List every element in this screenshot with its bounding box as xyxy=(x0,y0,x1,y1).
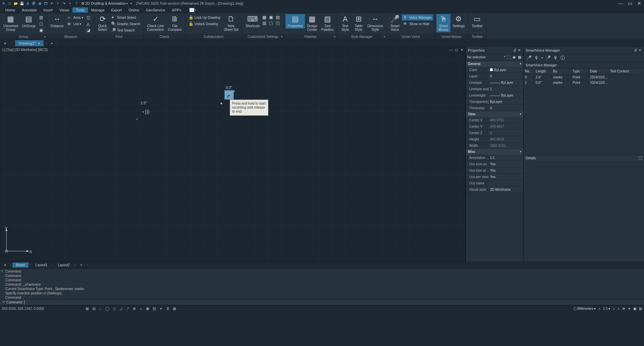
props-row[interactable]: ColorByLayer xyxy=(466,67,523,73)
properties-close-icon[interactable]: ✕ xyxy=(517,48,521,52)
toggle-hatch[interactable]: ≣ xyxy=(165,306,171,311)
props-row[interactable]: Layer0 xyxy=(466,73,523,79)
toggle-otrack[interactable]: ◿ xyxy=(118,306,124,311)
properties-pin-icon[interactable]: ⭿ xyxy=(513,48,517,52)
ribbon-smart-mouse[interactable]: 🖱SmartMouse xyxy=(436,14,450,32)
toggle-qp[interactable]: ▧ xyxy=(151,306,157,311)
cleanscreen-icon[interactable]: ▣ xyxy=(633,307,636,310)
ribbon-tool-palettes[interactable]: ▨ToolPalettes xyxy=(319,14,335,32)
voice-del-icon[interactable]: 🎤 xyxy=(545,55,551,60)
props-row[interactable]: Center X460.6752 xyxy=(466,117,523,123)
props-row[interactable]: Linetype scale1 xyxy=(466,86,523,92)
customize-icon[interactable]: ▤ xyxy=(639,307,642,310)
ribbon-text-search[interactable]: 🔎Text Search xyxy=(110,27,142,33)
ribbon-▣[interactable]: ▣ xyxy=(38,27,45,33)
voice-mic2-icon[interactable]: 🎙 xyxy=(534,55,539,60)
menu-app[interactable]: APP+ xyxy=(169,7,185,13)
pickadd-icon[interactable]: ▦ xyxy=(517,55,522,59)
ribbon-ungroup[interactable]: ▤UnGroup xyxy=(20,14,38,28)
menu-geoservice[interactable]: GeoService xyxy=(143,7,168,13)
ribbon-unlock-drawing[interactable]: 🔓Unlock Drawing xyxy=(187,21,221,27)
menu-views[interactable]: Views xyxy=(56,7,72,13)
menu-annotate[interactable]: Annotate xyxy=(18,7,40,13)
ribbon-area-▾[interactable]: ▱Area ▾ xyxy=(66,14,85,20)
ribbon-lock-up-drawing[interactable]: 🔒Lock Up Drawing xyxy=(187,14,221,20)
toggle-dyn[interactable]: ⊞ xyxy=(131,306,137,311)
voice-info-icon[interactable]: ⓘ xyxy=(560,55,565,61)
props-section-misc[interactable]: Misc▾ xyxy=(466,149,523,155)
toggle-iso[interactable]: ▦ xyxy=(171,306,177,311)
props-row[interactable]: Thickness0 xyxy=(466,105,523,111)
toggle-polar[interactable]: ◯ xyxy=(104,306,110,311)
menu-home[interactable]: Home xyxy=(2,7,18,13)
selectobj-icon[interactable]: ◉ xyxy=(512,55,517,59)
mic-record-badge[interactable]: 🎤✕ xyxy=(224,90,234,100)
menu-overflow[interactable]: ▾ xyxy=(190,8,196,12)
layout-tab-layout2[interactable]: Layout2 xyxy=(54,263,73,268)
ws-switch-icon[interactable]: ⚙ xyxy=(622,307,625,310)
new-tab-button[interactable]: + xyxy=(49,41,55,45)
ribbon-toolbar[interactable]: ▭Toolbar xyxy=(470,14,485,28)
ribbon-check-line-connection[interactable]: ✓Check LineConnection xyxy=(145,14,166,32)
toggle-grid[interactable]: ▦ xyxy=(84,306,90,311)
doc-tab-drawing1[interactable]: Drawing1* ✕ xyxy=(15,40,44,46)
undo-icon[interactable]: ↶ xyxy=(50,1,54,6)
props-section-general[interactable]: General▾ xyxy=(466,61,523,67)
toggle-cycle[interactable]: ≡ xyxy=(138,306,144,311)
toggle-osnap[interactable]: ◻ xyxy=(111,306,117,311)
layout-tab-layout1[interactable]: Layout1 xyxy=(32,263,51,268)
ribbon-dimension-style[interactable]: ↔DimensionStyle xyxy=(365,14,385,32)
smartvoice-close-icon[interactable]: ✕ xyxy=(638,48,642,52)
preview-icon[interactable]: 🗔 xyxy=(44,1,48,6)
toggle-lwt[interactable]: ↗ xyxy=(124,306,130,311)
minimize-button[interactable]: — xyxy=(617,1,624,6)
redo-icon[interactable]: ↷ xyxy=(62,1,66,6)
annoauto-icon[interactable]: ⅄ xyxy=(618,307,620,310)
command-input[interactable] xyxy=(24,300,642,304)
ribbon-settings[interactable]: ⚙Settings xyxy=(450,14,467,28)
toggle-snap[interactable]: ▤ xyxy=(91,306,97,311)
props-row[interactable]: TransparencyByLayer xyxy=(466,99,523,105)
voice-mic1-icon[interactable]: 🎤 xyxy=(526,55,532,60)
hw-accel-icon[interactable]: ✦ xyxy=(628,307,631,310)
ribbon-properties[interactable]: ▤Properties xyxy=(285,14,305,28)
ribbon-new-sheet-set[interactable]: 🗋NewSheet Set xyxy=(222,14,240,32)
menu-tools[interactable]: Tools xyxy=(72,7,88,13)
props-row[interactable]: Annotation ...1:1 xyxy=(466,155,523,161)
viewport-max-icon[interactable]: ◻ xyxy=(454,48,459,52)
layout-menu-icon[interactable]: ≡ xyxy=(1,263,9,267)
tab-menu-icon[interactable]: ≡ xyxy=(1,41,9,45)
menu-manage[interactable]: Manage xyxy=(88,7,108,13)
toggle-ann[interactable]: ▾ xyxy=(158,306,164,311)
voice-play-icon[interactable]: 🎙 xyxy=(553,55,558,60)
ribbon-quick-select[interactable]: ⟳QuickSelect xyxy=(96,14,109,32)
workspace-min-icon[interactable]: ▾ xyxy=(130,2,132,5)
props-row[interactable]: Lineweight——— ByLayer xyxy=(466,92,523,99)
props-row[interactable]: Center Y499.4637 xyxy=(466,123,523,130)
menu-insert[interactable]: Insert xyxy=(40,7,56,13)
save-icon[interactable]: 💾 xyxy=(19,1,24,6)
layout-tab-model[interactable]: Model xyxy=(12,263,28,268)
undo-dd-icon[interactable]: ▾ xyxy=(56,1,60,6)
open-icon[interactable]: 📂 xyxy=(13,1,18,6)
ribbon-distance[interactable]: ↔Distance xyxy=(49,14,66,28)
saveas-icon[interactable]: 🗎 xyxy=(25,1,30,6)
saveall-icon[interactable]: 🗐 xyxy=(32,1,36,6)
ribbon-graphic-search[interactable]: 🔍Graphic Search xyxy=(110,21,142,27)
layout-tab-add[interactable]: + xyxy=(77,263,86,268)
ribbon-show-or-hide[interactable]: 👁Show or Hide xyxy=(402,21,433,27)
props-row[interactable]: Width1082.8701 xyxy=(466,142,523,149)
maximize-button[interactable]: ▭ xyxy=(627,1,633,6)
props-row[interactable]: Center Z0 xyxy=(466,130,523,136)
props-section-view[interactable]: View▾ xyxy=(466,111,523,117)
close-button[interactable]: ✕ xyxy=(636,1,643,6)
props-row[interactable]: Ucs icon at ...Yes xyxy=(466,167,523,174)
voice-ext-icon[interactable]: ▾ xyxy=(541,56,543,59)
annoscale-icon[interactable]: ⅄ xyxy=(598,307,600,310)
selection-dropdown[interactable]: No selection ▾ xyxy=(467,55,505,59)
redo-dd-icon[interactable]: ▾ xyxy=(68,1,72,6)
menu-online[interactable]: Online xyxy=(125,7,143,13)
scale-selector[interactable]: 1:1 ▾ xyxy=(603,307,610,310)
cmd-input-close-icon[interactable]: ✕ xyxy=(2,300,5,304)
ribbon-text-style[interactable]: ATextStyle xyxy=(338,14,352,32)
